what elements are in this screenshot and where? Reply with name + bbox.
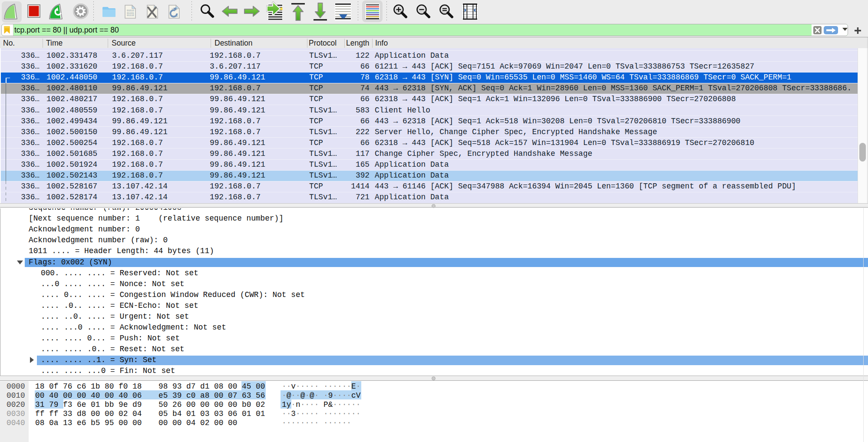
svg-text:01110: 01110 (127, 14, 134, 17)
